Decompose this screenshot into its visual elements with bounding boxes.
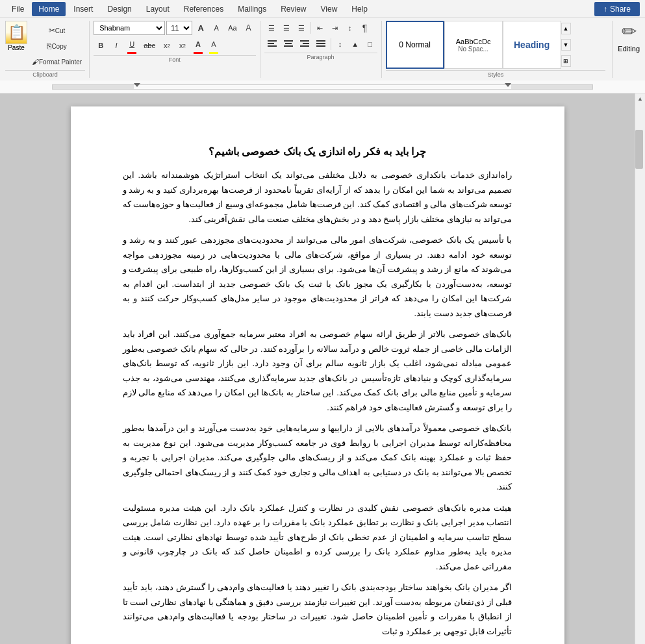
styles-group: 0 Normal AaBbCcDc No Spac... Heading ▲ ▼…	[386, 21, 606, 78]
style-nospace-text: AaBbCcDc	[451, 38, 496, 45]
svg-rect-5	[285, 43, 292, 44]
menu-bar: File Home Insert Design Layout Reference…	[0, 0, 645, 18]
bold-button[interactable]: B	[94, 38, 108, 53]
editing-label: Editing	[618, 45, 640, 53]
menu-design[interactable]: Design	[101, 2, 138, 16]
ruler-track	[52, 84, 593, 90]
format-painter-button[interactable]: 🖌 Format Painter	[29, 55, 85, 69]
font-size-select[interactable]: 11	[166, 21, 192, 35]
text-color-button[interactable]: A	[191, 37, 205, 51]
paragraph-group: ☰ ☰ ☰ ⇤ ⇥ ↕ ¶	[264, 21, 382, 78]
menu-file[interactable]: File	[5, 2, 31, 16]
justify-button[interactable]	[313, 37, 329, 51]
style-nospace-label: No Spac...	[451, 45, 496, 53]
multilevel-button[interactable]: ☰	[294, 21, 309, 35]
clipboard-group: 📋 Paste ✂ Cut ⎘ Copy 🖌 Format Painter Cl…	[5, 21, 90, 78]
line-spacing-button[interactable]: ↕	[333, 37, 348, 51]
ribbon-main-row: 📋 Paste ✂ Cut ⎘ Copy 🖌 Format Painter Cl…	[0, 18, 645, 80]
svg-rect-0	[268, 40, 277, 42]
svg-rect-9	[303, 43, 309, 44]
scrollbar-vertical[interactable]: ▲ ▼	[635, 93, 645, 644]
svg-rect-1	[268, 43, 274, 44]
document-page: چرا باید به فکر راه اندازی یک بانک خصوصی…	[71, 106, 564, 644]
align-left-button[interactable]	[264, 37, 280, 51]
center-button[interactable]	[281, 37, 296, 51]
ruler	[0, 80, 645, 93]
font-family-select[interactable]: Shabnam	[94, 21, 165, 35]
strikethrough-button[interactable]: abc	[140, 38, 158, 53]
scroll-up-arrow[interactable]: ▲	[635, 93, 646, 104]
document-body: راه‌اندازی خدمات بانکداری خصوصی به دلایل…	[123, 168, 512, 639]
underline-wrapper: U	[125, 37, 139, 54]
styles-scroll-buttons: ▲ ▼ ⊞	[561, 21, 571, 69]
borders-button[interactable]: □	[363, 37, 377, 51]
bullets-button[interactable]: ☰	[264, 21, 279, 35]
styles-scroll-up[interactable]: ▲	[561, 23, 571, 34]
sort-button[interactable]: ↕	[343, 21, 357, 35]
ribbon: 📋 Paste ✂ Cut ⎘ Copy 🖌 Format Painter Cl…	[0, 18, 645, 80]
document-container: چرا باید به فکر راه اندازی یک بانک خصوصی…	[0, 93, 645, 644]
highlight-wrapper: A	[207, 37, 221, 54]
show-marks-button[interactable]: ¶	[358, 21, 372, 35]
paragraph-4: بانک‌های خصوصی معمولاً درآمدهای بالایی ا…	[123, 421, 512, 495]
menu-references[interactable]: References	[177, 2, 230, 16]
style-heading1[interactable]: Heading	[503, 21, 561, 69]
font-shrink-button[interactable]: A	[209, 21, 223, 35]
menu-review[interactable]: Review	[274, 2, 312, 16]
menu-layout[interactable]: Layout	[140, 2, 176, 16]
menu-help[interactable]: Help	[345, 2, 374, 16]
highlight-color-bar	[209, 52, 218, 54]
numbering-button[interactable]: ☰	[279, 21, 294, 35]
menu-view[interactable]: View	[314, 2, 344, 16]
highlight-button[interactable]: A	[207, 37, 221, 51]
editing-section: ✏ Editing	[612, 21, 640, 78]
clipboard-label: Clipboard	[5, 70, 85, 78]
paste-label: Paste	[8, 44, 25, 51]
text-color-wrapper: A	[191, 37, 205, 54]
scrollbar-track	[635, 104, 645, 643]
italic-button[interactable]: I	[109, 38, 123, 53]
paragraph-3: بانک‌های خصوصی بالاتر از طریق ارائه سهام…	[123, 327, 512, 415]
paste-button[interactable]: 📋 Paste	[5, 21, 27, 69]
superscript-button[interactable]: x2	[175, 38, 190, 53]
style-nospace[interactable]: AaBbCcDc No Spac...	[444, 21, 503, 69]
share-button[interactable]: ↑ Share	[594, 2, 640, 16]
cut-button[interactable]: ✂ Cut	[29, 23, 85, 38]
styles-more-button[interactable]: ⊞	[561, 55, 571, 67]
style-heading-text: Heading	[510, 40, 554, 50]
svg-rect-12	[316, 40, 325, 42]
subscript-button[interactable]: x2	[160, 38, 174, 53]
shading-button[interactable]: ▲	[348, 37, 362, 51]
styles-label: Styles	[386, 70, 606, 78]
font-group: Shabnam 11 A A Aa A B I U abc x2 x2	[94, 21, 260, 78]
styles-scroll-down[interactable]: ▼	[561, 39, 571, 51]
svg-rect-4	[284, 40, 293, 42]
editing-icon: ✏	[622, 21, 637, 42]
svg-rect-8	[300, 40, 309, 42]
ruler-right-indent	[505, 83, 511, 87]
document-title: چرا باید به فکر راه اندازی یک بانک خصوصی…	[123, 145, 512, 158]
svg-rect-10	[300, 45, 309, 47]
clear-format-button[interactable]: A	[242, 21, 256, 35]
align-right-button[interactable]	[297, 37, 312, 51]
paragraph-label: Paragraph	[264, 53, 377, 60]
document-scroll[interactable]: چرا باید به فکر راه اندازی یک بانک خصوصی…	[0, 93, 635, 644]
menu-mailings[interactable]: Mailings	[231, 2, 273, 16]
svg-rect-13	[316, 43, 325, 44]
change-case-button[interactable]: Aa	[225, 21, 240, 35]
paste-icon: 📋	[5, 21, 27, 44]
decrease-indent-button[interactable]: ⇤	[313, 21, 327, 35]
menu-insert[interactable]: Insert	[67, 2, 99, 16]
svg-rect-14	[316, 45, 325, 47]
scrollbar-thumb[interactable]	[635, 130, 643, 169]
style-normal[interactable]: 0 Normal	[386, 21, 444, 69]
menu-home[interactable]: Home	[32, 2, 66, 16]
paragraph-2: با تأسیس یک بانک خصوصی، شرکت‌های امور ما…	[123, 233, 512, 321]
underline-button[interactable]: U	[125, 37, 139, 51]
paragraph-5: هیئت مدیره بانک‌های خصوصی نقش کلیدی در ن…	[123, 501, 512, 575]
share-icon: ↑	[603, 5, 607, 14]
increase-indent-button[interactable]: ⇥	[328, 21, 342, 35]
svg-rect-2	[268, 45, 277, 47]
font-grow-button[interactable]: A	[194, 21, 208, 35]
copy-button[interactable]: ⎘ Copy	[29, 39, 85, 53]
